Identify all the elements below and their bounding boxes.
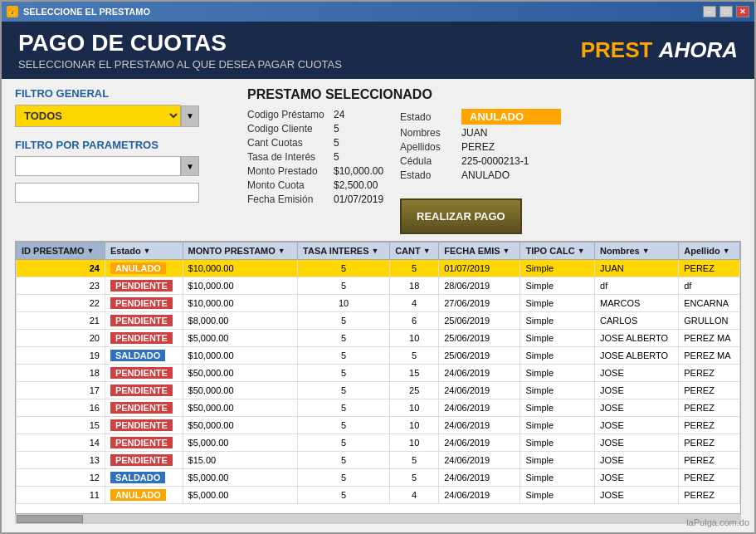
col-tasa[interactable]: TASA INTERES ▼ — [298, 243, 390, 260]
scrollbar-thumb[interactable] — [17, 515, 83, 523]
col-estado-label: Estado — [110, 246, 141, 256]
table-row[interactable]: 15 PENDIENTE $50,000.00 5 10 24/06/2019 … — [17, 417, 740, 434]
col-apellido[interactable]: Apellido ▼ — [679, 243, 740, 260]
cell-fecha: 24/06/2019 — [439, 365, 520, 382]
cell-monto: $10,000.00 — [183, 260, 298, 277]
close-button[interactable]: ✕ — [736, 6, 749, 17]
cell-id: 15 — [17, 417, 105, 434]
param-input-1[interactable] — [15, 156, 181, 176]
table-row[interactable]: 12 SALDADO $5,000.00 5 5 24/06/2019 Simp… — [17, 469, 740, 487]
table-row[interactable]: 17 PENDIENTE $50,000.00 5 25 24/06/2019 … — [17, 382, 740, 399]
maximize-button[interactable]: □ — [719, 6, 733, 17]
cell-fecha: 24/06/2019 — [439, 382, 520, 399]
cell-fecha: 25/06/2019 — [439, 347, 520, 365]
cell-monto: $5,000.00 — [183, 487, 298, 504]
cell-cant: 5 — [390, 260, 439, 277]
realizar-pago-button[interactable]: REALIZAR PAGO — [400, 198, 522, 234]
fecha-emision-row: Fecha Emisión 01/07/2019 — [247, 194, 383, 205]
cell-fecha: 27/06/2019 — [439, 295, 520, 312]
cedula-row: Cédula 225-0000213-1 — [400, 155, 561, 167]
cell-estado: PENDIENTE — [105, 277, 183, 295]
table-row[interactable]: 23 PENDIENTE $10,000.00 5 18 28/06/2019 … — [17, 277, 740, 295]
cell-cant: 6 — [390, 312, 439, 330]
table-row[interactable]: 11 ANULADO $5,000.00 5 4 24/06/2019 Simp… — [17, 487, 740, 504]
cell-nombres: JUAN — [595, 260, 679, 277]
monto-cuota-row: Monto Cuota $2,500.00 — [247, 179, 383, 191]
cell-nombres: JOSE — [595, 487, 679, 504]
minimize-button[interactable]: ─ — [703, 6, 716, 17]
cell-estado: PENDIENTE — [105, 312, 183, 330]
cell-tasa: 5 — [298, 260, 390, 277]
table-row[interactable]: 13 PENDIENTE $15.00 5 5 24/06/2019 Simpl… — [17, 452, 740, 469]
horizontal-scrollbar[interactable] — [15, 514, 741, 524]
cell-fecha: 24/06/2019 — [439, 417, 520, 434]
cell-estado: SALDADO — [105, 469, 183, 487]
prestamos-table-container[interactable]: ID PRESTAMO ▼ Estado ▼ M — [15, 241, 741, 514]
cell-tasa: 5 — [298, 487, 390, 504]
cant-cuotas-row: Cant Cuotas 5 — [247, 137, 383, 149]
cell-monto: $50,000.00 — [183, 382, 298, 399]
col-nombres[interactable]: Nombres ▼ — [595, 243, 679, 260]
cell-id: 12 — [17, 469, 105, 487]
cell-apellido: ENCARNA — [679, 295, 740, 312]
filtro-general-arrow[interactable]: ▼ — [181, 105, 199, 127]
prestamo-title: PRESTAMO SELECCIONADO — [247, 87, 741, 102]
cell-monto: $5,000.00 — [183, 469, 298, 487]
cell-tipo: Simple — [520, 469, 595, 487]
col-id-prestamo-label: ID PRESTAMO — [22, 246, 85, 256]
cell-id: 11 — [17, 487, 105, 504]
nombres-label: Nombres — [400, 127, 458, 139]
cell-estado: PENDIENTE — [105, 399, 183, 417]
main-window: 💰 SELECCIONE EL PRESTAMO ─ □ ✕ PAGO DE C… — [0, 0, 756, 534]
apellidos-label: Apellidos — [400, 141, 458, 153]
param-dropdown-arrow[interactable]: ▼ — [181, 156, 199, 176]
table-row[interactable]: 24 ANULADO $10,000.00 5 5 01/07/2019 Sim… — [17, 260, 740, 277]
status-badge: PENDIENTE — [110, 385, 173, 396]
table-row[interactable]: 14 PENDIENTE $5,000.00 5 10 24/06/2019 S… — [17, 434, 740, 452]
col-tipo[interactable]: TIPO CALC ▼ — [520, 243, 595, 260]
codigo-prestamo-value: 24 — [334, 109, 344, 120]
cell-fecha: 24/06/2019 — [439, 399, 520, 417]
sort-icon-fecha: ▼ — [503, 247, 510, 255]
table-row[interactable]: 21 PENDIENTE $8,000.00 5 6 25/06/2019 Si… — [17, 312, 740, 330]
tasa-interes-label: Tasa de Interés — [247, 151, 330, 163]
col-cant[interactable]: CANT ▼ — [390, 243, 439, 260]
cell-fecha: 24/06/2019 — [439, 469, 520, 487]
cell-tipo: Simple — [520, 295, 595, 312]
col-cant-label: CANT — [395, 246, 421, 256]
cell-cant: 18 — [390, 277, 439, 295]
cell-monto: $10,000.00 — [183, 347, 298, 365]
cell-nombres: JOSE — [595, 452, 679, 469]
cell-tasa: 5 — [298, 399, 390, 417]
table-row[interactable]: 20 PENDIENTE $5,000.00 5 10 25/06/2019 S… — [17, 330, 740, 347]
cell-cant: 10 — [390, 417, 439, 434]
table-row[interactable]: 16 PENDIENTE $50,000.00 5 10 24/06/2019 … — [17, 399, 740, 417]
brand: PREST AHORA — [581, 37, 738, 63]
cell-id: 18 — [17, 365, 105, 382]
cell-tasa: 5 — [298, 347, 390, 365]
param-input-2[interactable] — [15, 183, 199, 203]
cell-tipo: Simple — [520, 417, 595, 434]
col-estado[interactable]: Estado ▼ — [105, 243, 183, 260]
col-nombres-label: Nombres — [600, 246, 640, 256]
codigo-cliente-label: Codigo Cliente — [247, 123, 330, 135]
cell-nombres: CARLOS — [595, 312, 679, 330]
table-row[interactable]: 18 PENDIENTE $50,000.00 5 15 24/06/2019 … — [17, 365, 740, 382]
cell-nombres: JOSE — [595, 365, 679, 382]
sort-icon-estado: ▼ — [144, 247, 151, 255]
cell-estado: ANULADO — [105, 260, 183, 277]
col-fecha[interactable]: FECHA EMIS ▼ — [439, 243, 520, 260]
col-id-prestamo[interactable]: ID PRESTAMO ▼ — [17, 243, 105, 260]
filtro-general-select[interactable]: TODOS — [15, 105, 181, 127]
table-row[interactable]: 22 PENDIENTE $10,000.00 10 4 27/06/2019 … — [17, 295, 740, 312]
header: PAGO DE CUOTAS SELECCIONAR EL PRESTAMO A… — [2, 22, 754, 79]
cell-tasa: 5 — [298, 469, 390, 487]
cell-apellido: PEREZ — [679, 365, 740, 382]
col-monto[interactable]: MONTO PRESTAMO ▼ — [183, 243, 298, 260]
cell-monto: $50,000.00 — [183, 365, 298, 382]
estado-badge: ANULADO — [461, 109, 561, 125]
cell-apellido: PEREZ — [679, 434, 740, 452]
sort-icon-monto: ▼ — [278, 247, 285, 255]
table-row[interactable]: 19 SALDADO $10,000.00 5 5 25/06/2019 Sim… — [17, 347, 740, 365]
status-badge: PENDIENTE — [110, 315, 173, 326]
